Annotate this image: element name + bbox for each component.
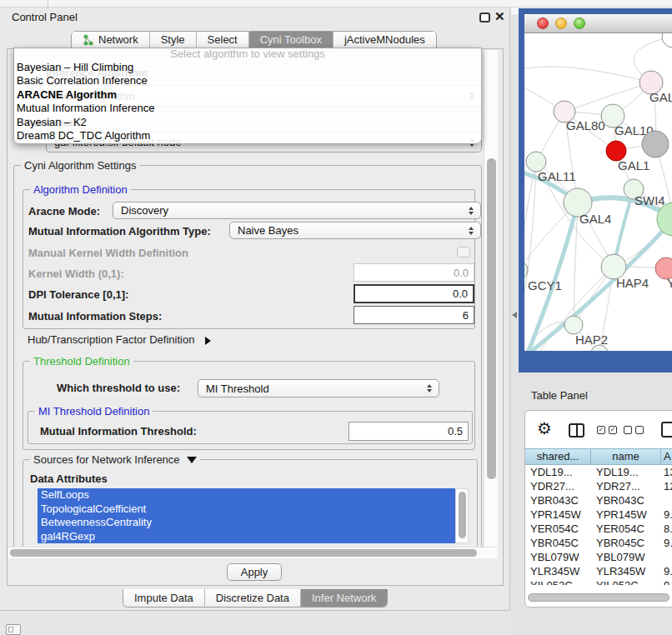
table-cell: YBR045C — [525, 536, 591, 550]
aracne-mode-label: Aracne Mode: — [28, 205, 100, 218]
mi-threshold-label: Mutual Information Threshold: — [40, 425, 197, 438]
node-label-gal80: GAL80 — [566, 118, 605, 132]
tab-label: Network — [98, 33, 138, 46]
aracne-mode-combo[interactable]: Discovery — [113, 202, 481, 219]
apply-button[interactable]: Apply — [227, 563, 282, 581]
tab-select[interactable]: Select — [197, 31, 248, 48]
combo-arrows-icon — [427, 384, 432, 392]
table-row[interactable]: YBL079WYBL079W — [525, 550, 672, 564]
attribute-item-selected[interactable]: TopologicalCoefficient — [38, 502, 455, 517]
table-cell: YIL052C — [591, 578, 661, 585]
table-column-header[interactable]: A — [661, 449, 672, 464]
mi-steps-field[interactable]: 6 — [354, 306, 474, 324]
network-edge[interactable] — [524, 67, 651, 82]
table-cell: 9. — [661, 578, 672, 585]
network-node-hap2[interactable] — [564, 316, 583, 334]
table-column-header[interactable]: name — [591, 449, 661, 464]
attribute-item-selected[interactable]: SelfLoops — [38, 488, 455, 502]
dropdown-item[interactable]: ARACNE Algorithm — [14, 88, 481, 102]
mi-threshold-field[interactable]: 0.5 — [349, 422, 469, 441]
table-cell: YLR345W — [591, 564, 661, 578]
table-horizontal-scrollbar[interactable] — [528, 593, 669, 602]
dropdown-item[interactable]: Basic Correlation Inference — [14, 74, 481, 88]
gear-icon[interactable]: ⚙ — [537, 418, 552, 438]
bottom-tab-impute-data[interactable]: Impute Data — [123, 589, 204, 607]
table-row[interactable]: YLR345WYLR345W9. — [525, 564, 672, 578]
deselect-checkbox-icon2[interactable] — [635, 426, 644, 434]
tab-label: Style — [161, 33, 185, 46]
float-panel-icon[interactable] — [479, 12, 490, 22]
split-table-icon[interactable] — [569, 423, 584, 438]
table-row[interactable]: YDR27...YDR27...12 — [525, 479, 672, 493]
mi-type-label: Mutual Information Algorithm Type: — [28, 225, 211, 238]
table-header: shared...nameA — [525, 448, 672, 465]
tab-label: jActiveMNodules — [344, 33, 425, 46]
table-cell: 13 — [661, 465, 672, 479]
sources-title-text: Sources for Network Inference — [33, 453, 180, 466]
table-row[interactable]: YDL19...YDL19...13 — [525, 465, 672, 479]
attribute-item-selected[interactable]: BetweennessCentrality — [38, 516, 455, 530]
network-node[interactable] — [642, 131, 669, 158]
tab-label: Select — [208, 33, 238, 46]
data-attributes-label: Data Attributes — [30, 472, 108, 485]
table-cell: YIL052C — [525, 578, 591, 585]
kernel-width-field[interactable]: 0.0 — [354, 263, 474, 282]
control-panel-title: Control Panel — [12, 11, 78, 23]
dropdown-item[interactable]: Dream8 DC_TDC Algorithm — [14, 129, 481, 142]
tab-label: Cyni Toolbox — [260, 33, 322, 46]
tab-label: Impute Data — [134, 592, 193, 604]
bottom-tab-infer-network[interactable]: Infer Network — [301, 589, 387, 607]
dropdown-item[interactable]: Bayesian – K2 — [14, 116, 481, 129]
dropdown-item[interactable]: Mutual Information Inference — [14, 102, 481, 115]
data-attributes-list[interactable]: SelfLoopsTopologicalCoefficientBetweenne… — [38, 488, 455, 543]
select-all-checkbox-icon2[interactable]: ✓ — [609, 426, 617, 434]
table-row[interactable]: YBR043CYBR043C — [525, 493, 672, 508]
table-row[interactable]: YPR145WYPR145W9. — [525, 508, 672, 522]
new-table-icon[interactable] — [661, 422, 672, 438]
which-threshold-combo[interactable]: MI Threshold — [198, 379, 439, 398]
bottom-tabbar: Impute DataDiscretize DataInfer Network — [123, 589, 388, 608]
attribute-item-selected[interactable]: gal4RGexp — [38, 530, 455, 544]
manual-kernel-checkbox[interactable] — [457, 247, 470, 258]
attributes-list-scrollbar[interactable] — [455, 488, 469, 543]
select-all-checkbox-icon[interactable]: ✓ — [597, 426, 605, 434]
algorithm-definition-title: Algorithm Definition — [30, 183, 131, 196]
tab-style[interactable]: Style — [150, 31, 196, 48]
control-panel-tabbar: NetworkStyleSelectCyni ToolboxjActiveMNo… — [71, 31, 437, 48]
table-row[interactable]: YIL052CYIL052C9. — [525, 578, 672, 585]
dpi-tolerance-field[interactable]: 0.0 — [354, 284, 474, 303]
close-panel-icon[interactable]: ✕ — [494, 9, 505, 24]
table-cell: 12 — [661, 479, 672, 493]
table-row[interactable]: YBR045CYBR045C9. — [525, 536, 672, 550]
window-minimize-button[interactable] — [555, 18, 567, 29]
settings-vertical-scrollbar[interactable] — [484, 50, 498, 547]
table-cell: 9. — [661, 564, 672, 578]
deselect-checkbox-icon[interactable] — [624, 426, 632, 434]
network-canvas[interactable]: GAL7GAL80GAL10GAL1GAL11SWI4GAL4HAP4YGCY1… — [524, 33, 672, 351]
mi-type-combo[interactable]: Naive Bayes — [229, 222, 481, 239]
window-close-button[interactable] — [537, 18, 549, 29]
network-tab-icon — [83, 34, 94, 46]
collapse-down-icon[interactable] — [187, 457, 197, 463]
restore-panel-icon[interactable] — [6, 624, 21, 635]
settings-horizontal-scrollbar[interactable] — [8, 547, 498, 558]
dropdown-item[interactable]: Bayesian – Hill Climbing — [14, 61, 481, 74]
tab-network[interactable]: Network — [72, 31, 149, 48]
tab-label: Infer Network — [312, 592, 376, 604]
table-cell: YDL19... — [525, 465, 591, 479]
tab-jactivemnodules[interactable]: jActiveMNodules — [333, 31, 436, 48]
bottom-tab-discretize-data[interactable]: Discretize Data — [205, 589, 300, 607]
hub-definition-label[interactable]: Hub/Transcription Factor Definition — [28, 333, 211, 346]
network-node[interactable] — [662, 33, 672, 48]
table-cell: YER054C — [525, 522, 591, 536]
window-zoom-button[interactable] — [574, 18, 585, 29]
sources-group-title: Sources for Network Inference — [30, 453, 200, 466]
table-column-header[interactable]: shared... — [525, 449, 591, 464]
which-threshold-value: MI Threshold — [206, 382, 269, 395]
node-label-y: Y — [667, 276, 672, 290]
splitter-collapse-icon[interactable] — [512, 312, 517, 318]
table-cell: 8. — [661, 522, 672, 536]
kernel-width-label: Kernel Width (0,1): — [28, 268, 124, 280]
tab-cyni-toolbox[interactable]: Cyni Toolbox — [249, 31, 333, 48]
table-row[interactable]: YER054CYER054C8. — [525, 522, 672, 536]
